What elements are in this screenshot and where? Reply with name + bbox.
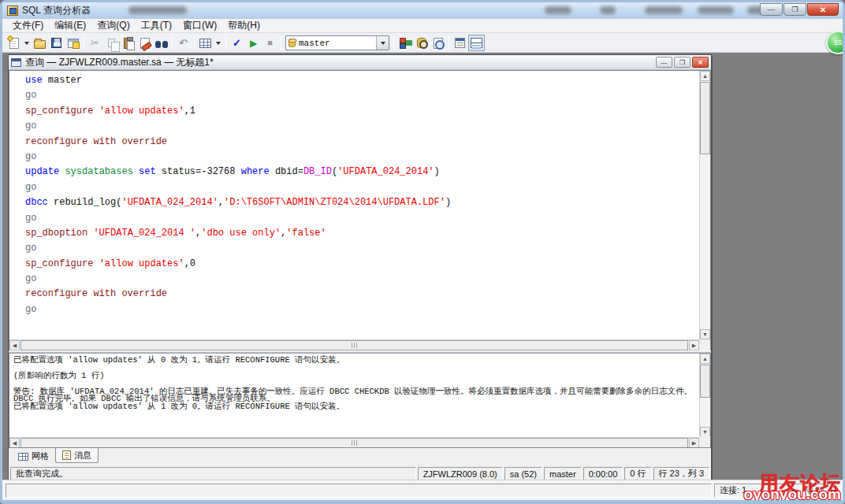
- scrollbar-corner: [699, 436, 710, 447]
- stop-icon: ■: [267, 39, 273, 47]
- scroll-left-arrow-icon[interactable]: ◀: [9, 438, 20, 448]
- paste-button[interactable]: [120, 35, 136, 51]
- menu-bar: 文件(F) 编辑(E) 查询(Q) 工具(T) 窗口(W) 帮助(H): [2, 19, 843, 33]
- results-pane-icon: [471, 38, 482, 48]
- num-lock-indicator: NUM: [789, 484, 839, 498]
- messages-text[interactable]: 已将配置选项 'allow updates' 从 0 改为 1。请运行 RECO…: [9, 354, 699, 437]
- sql-editor-pane: use mastergosp_configure 'allow updates'…: [9, 70, 711, 350]
- splitter-grip[interactable]: [351, 440, 358, 446]
- scroll-right-arrow-icon[interactable]: ▶: [689, 438, 699, 448]
- execute-mode-button[interactable]: [197, 35, 214, 51]
- query-close-button[interactable]: ✕: [692, 57, 709, 68]
- query-minimize-button[interactable]: —: [656, 57, 672, 68]
- app-icon: [7, 6, 18, 16]
- open-button[interactable]: [32, 35, 48, 51]
- toolbar-separator: [84, 36, 84, 50]
- database-combo[interactable]: master: [285, 35, 389, 50]
- save-icon: [51, 38, 61, 48]
- query-child-window: 查询 — ZJFWLZR009.master.sa — 无标题1* — ❐ ✕ …: [8, 54, 712, 480]
- splitter-grip[interactable]: [351, 343, 358, 348]
- menu-edit[interactable]: 编辑(E): [49, 18, 91, 33]
- code-line: go: [25, 211, 696, 226]
- object-search-button[interactable]: [413, 35, 430, 51]
- save-button[interactable]: [48, 35, 65, 51]
- messages-vertical-scrollbar[interactable]: ▲ ▼: [699, 354, 710, 437]
- undo-icon: ↶: [179, 38, 188, 48]
- messages-pane: 已将配置选项 'allow updates' 从 0 改为 1。请运行 RECO…: [9, 353, 711, 448]
- copy-button[interactable]: [103, 35, 120, 51]
- cut-icon: ✂: [91, 38, 99, 48]
- close-button[interactable]: ✕: [807, 3, 839, 16]
- redacted-text-blur: [645, 6, 683, 14]
- insert-template-button[interactable]: [65, 35, 81, 51]
- app-status-message: [6, 484, 712, 498]
- minimize-button[interactable]: —: [760, 3, 783, 16]
- object-browser-button[interactable]: [396, 35, 413, 51]
- database-combo-dropdown[interactable]: [376, 36, 389, 50]
- floating-ball[interactable]: 55: [826, 31, 845, 54]
- query-maximize-button[interactable]: ❐: [674, 57, 691, 68]
- new-query-button[interactable]: [6, 35, 22, 51]
- messages-hscroll-thumb[interactable]: [20, 438, 688, 448]
- redacted-text-blur: [128, 6, 187, 14]
- code-line: go: [25, 272, 696, 287]
- object-search-icon: [417, 38, 426, 48]
- editor-horizontal-scrollbar[interactable]: ◀ ▶: [9, 339, 699, 350]
- undo-button[interactable]: ↶: [175, 35, 192, 51]
- show-results-pane-button[interactable]: [468, 35, 485, 51]
- object-search-page-button[interactable]: [430, 35, 446, 51]
- code-line: reconfigure with override: [25, 135, 696, 150]
- title-bar[interactable]: SQL 查询分析器 — ❐ ✕: [2, 2, 843, 19]
- code-line: sp_configure 'allow updates',1: [25, 104, 696, 119]
- code-line: sp_dboption 'UFDATA_024_2014 ','dbo use …: [25, 226, 696, 241]
- scroll-up-arrow-icon[interactable]: ▲: [700, 354, 710, 364]
- tab-messages[interactable]: 消息: [55, 448, 99, 463]
- cut-button[interactable]: ✂: [87, 35, 103, 51]
- connection-properties-icon: [455, 38, 465, 48]
- code-line: use master: [25, 73, 696, 88]
- scroll-up-arrow-icon[interactable]: ▲: [700, 71, 710, 81]
- menu-file[interactable]: 文件(F): [7, 18, 49, 33]
- execute-mode-grid-icon: [199, 39, 211, 48]
- parse-query-button[interactable]: ✓: [229, 35, 245, 51]
- editor-hscroll-thumb[interactable]: [20, 340, 688, 350]
- messages-tab-label: 消息: [74, 450, 91, 461]
- editor-vertical-scrollbar[interactable]: ▲ ▼: [699, 71, 710, 339]
- sql-query-analyzer-window: SQL 查询分析器 — ❐ ✕ 文件(F) 编辑(E) 查询(Q) 工具(T) …: [0, 0, 845, 504]
- cancel-query-button[interactable]: ■: [262, 35, 278, 51]
- execute-mode-dropdown[interactable]: [214, 35, 223, 51]
- new-query-dropdown[interactable]: [22, 35, 32, 51]
- menu-tools[interactable]: 工具(T): [136, 18, 177, 33]
- scroll-down-arrow-icon[interactable]: ▼: [700, 329, 710, 339]
- paste-icon: [124, 38, 133, 49]
- menu-help[interactable]: 帮助(H): [222, 18, 266, 33]
- query-window-icon: [11, 58, 21, 67]
- code-line: sp_configure 'allow updates',0: [25, 257, 696, 272]
- execute-query-button[interactable]: ▶: [245, 35, 262, 51]
- toolbar-separator: [172, 36, 173, 50]
- connection-properties-button[interactable]: [452, 35, 468, 51]
- template-icon: [68, 39, 79, 48]
- menu-window[interactable]: 窗口(W): [177, 18, 222, 33]
- chevron-down-icon: [381, 42, 385, 45]
- clear-window-button[interactable]: [136, 35, 153, 51]
- tab-grid[interactable]: 网格: [12, 449, 55, 464]
- status-message: 批查询完成。: [10, 467, 416, 480]
- mdi-area: 查询 — ZJFWLZR009.master.sa — 无标题1* — ❐ ✕ …: [2, 53, 843, 480]
- maximize-button[interactable]: ❐: [784, 3, 806, 16]
- messages-horizontal-scrollbar[interactable]: ◀ ▶: [9, 437, 699, 447]
- scroll-right-arrow-icon[interactable]: ▶: [689, 340, 699, 350]
- query-window-title-bar[interactable]: 查询 — ZJFWLZR009.master.sa — 无标题1* — ❐ ✕: [9, 55, 711, 70]
- window-title: SQL 查询分析器: [22, 4, 91, 17]
- sql-editor[interactable]: use mastergosp_configure 'allow updates'…: [9, 71, 699, 339]
- scroll-left-arrow-icon[interactable]: ◀: [9, 340, 20, 350]
- database-icon: [288, 39, 296, 46]
- code-line: go: [25, 180, 696, 195]
- find-button[interactable]: [153, 35, 169, 51]
- editor-vscroll-thumb[interactable]: [700, 82, 710, 154]
- status-exec-time: 0:00:00: [583, 467, 624, 480]
- messages-tab-icon: [62, 450, 71, 460]
- messages-vscroll-thumb[interactable]: [700, 365, 710, 398]
- menu-query[interactable]: 查询(Q): [91, 18, 135, 33]
- toolbar-separator: [194, 36, 195, 50]
